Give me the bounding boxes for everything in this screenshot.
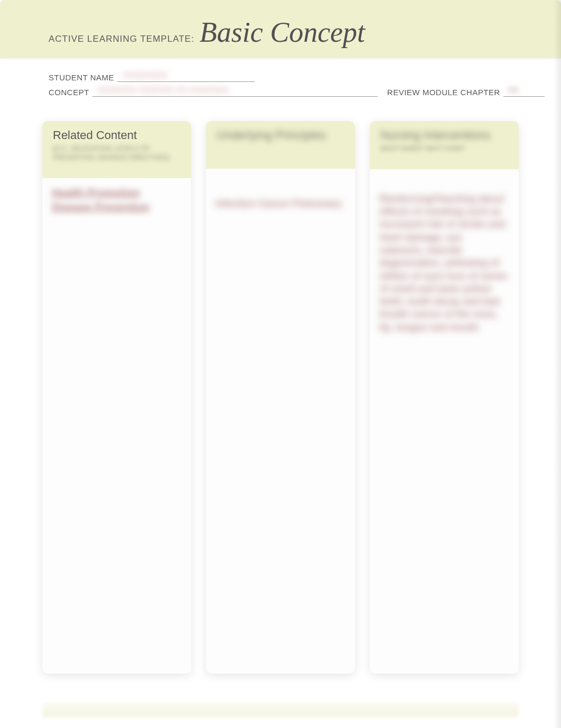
concept-label: CONCEPT <box>49 88 89 97</box>
footer-band <box>42 703 519 717</box>
header-band: ACTIVE LEARNING TEMPLATE: Basic Concept <box>0 0 561 58</box>
blurred-chapter-number: XX <box>508 86 519 95</box>
template-prefix-label: ACTIVE LEARNING TEMPLATE: <box>49 34 194 44</box>
card-nursing-interventions: Nursing Interventions WHO? WHEN? WHY? HO… <box>370 121 519 674</box>
chapter-label: REVIEW MODULE CHAPTER <box>387 88 500 97</box>
principles-body: Infection Cancer Pulmonary <box>216 197 345 210</box>
concept-field[interactable]: XXXXXXX XXXXXX XX XXXXXXX <box>92 86 378 97</box>
chapter-field[interactable]: XX <box>503 86 545 97</box>
card-underlying-principles: Underlying Principles Infection Cancer P… <box>206 121 355 674</box>
card-title-interventions: Nursing Interventions <box>380 128 508 142</box>
card-related-content: Related Content (E.G., DELEGATION, LEVEL… <box>42 121 191 674</box>
blurred-student-name: XXXXXXXX <box>123 71 167 80</box>
template-title: Basic Concept <box>200 16 365 49</box>
card-title-principles: Underlying Principles <box>217 128 344 142</box>
card-title-related: Related Content <box>53 128 181 142</box>
blurred-concept: XXXXXXX XXXXXX XX XXXXXXX <box>98 86 229 95</box>
meta-section: STUDENT NAME XXXXXXXX CONCEPT XXXXXXX XX… <box>0 58 561 97</box>
related-body-heading: Health Promotion Disease Prevention <box>52 186 182 214</box>
columns-container: Related Content (E.G., DELEGATION, LEVEL… <box>0 97 561 674</box>
card-sub-related: (E.G., DELEGATION, LEVELS OF PREVENTION,… <box>53 144 181 162</box>
card-sub-interventions: WHO? WHEN? WHY? HOW? <box>380 144 508 153</box>
page-right-shadow <box>554 0 561 728</box>
interventions-body: Reinforcing/Teaching about effects of sm… <box>379 192 509 334</box>
student-name-field[interactable]: XXXXXXXX <box>117 71 255 82</box>
student-name-label: STUDENT NAME <box>49 73 114 82</box>
